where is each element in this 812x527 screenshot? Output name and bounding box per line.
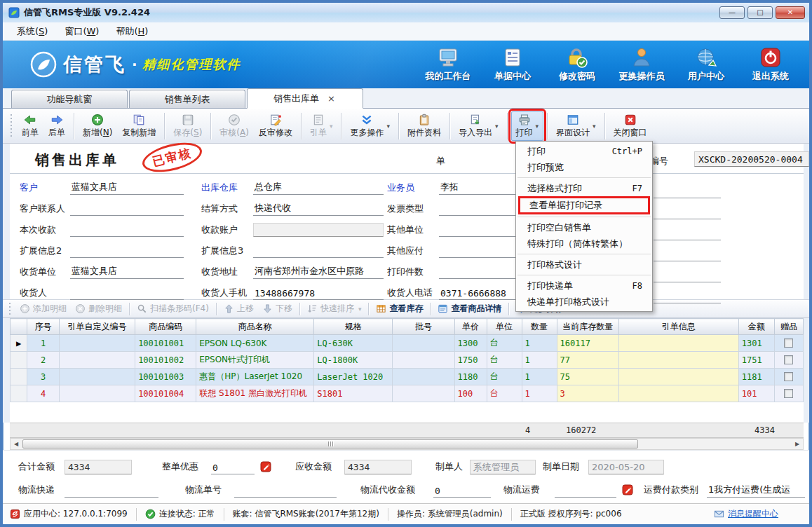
scroll-left-arrow[interactable]: ◀ — [11, 439, 22, 449]
cell-序号[interactable]: 4 — [27, 385, 60, 402]
print-menu-item-5[interactable]: 特殊打印（简体转繁体） — [516, 235, 652, 252]
cell-商品编码[interactable]: 100101003 — [135, 369, 196, 385]
cell-单位[interactable]: 台 — [487, 352, 522, 369]
print-menu-item-7[interactable]: 打印快递单F8 — [516, 278, 652, 294]
banner-action-person[interactable]: 更换操作员 — [613, 46, 670, 83]
cell-规格[interactable]: LaserJet 1020 — [314, 369, 393, 385]
toolbar-button-11[interactable]: 打印▾ — [511, 111, 544, 141]
footer-field-value[interactable] — [234, 483, 337, 498]
banner-action-globe-arrow[interactable]: 用户中心 — [677, 46, 735, 83]
cell-引单自定义编号[interactable] — [60, 335, 135, 352]
cell-商品名称[interactable]: 惠普（HP）LaserJet 1020 — [196, 369, 314, 385]
table-row[interactable]: 2100101002EPSON针式打印机LQ-1800K1750台1771751 — [11, 352, 804, 369]
cell-当前库存数量[interactable]: 3 — [557, 385, 618, 402]
column-header-10[interactable]: 引单信息 — [618, 319, 738, 335]
cell-数量[interactable]: 1 — [522, 369, 557, 385]
detail-toolbar-button-7[interactable]: 查看商品详情 — [433, 301, 506, 316]
table-row[interactable]: 4100101004联想 S1801 黑白激光打印机S1801100台13101 — [11, 385, 804, 402]
cell-商品名称[interactable]: EPSON针式打印机 — [196, 352, 314, 369]
cell-规格[interactable]: S1801 — [314, 385, 393, 402]
column-header-5[interactable]: 批号 — [393, 319, 454, 335]
cell-批号[interactable] — [393, 335, 454, 352]
gift-checkbox[interactable] — [784, 389, 793, 398]
menu-item-2[interactable]: 帮助(H) — [109, 23, 155, 40]
toolbar-button-0[interactable]: 前单 — [17, 111, 43, 141]
field-value[interactable]: 蓝猫文具店 — [70, 181, 184, 195]
field-value[interactable]: 河南省郑州市金水区中原路 — [253, 265, 384, 279]
print-menu-item-0[interactable]: 打印Ctrl+P — [516, 143, 652, 159]
banner-action-power[interactable]: 退出系统 — [742, 46, 799, 83]
cell-批号[interactable] — [393, 352, 454, 369]
field-value[interactable] — [70, 244, 184, 258]
cell-序号[interactable]: 2 — [27, 352, 60, 369]
toolbar-button-8[interactable]: 更多操作▾ — [345, 111, 395, 141]
chevron-down-icon[interactable]: ▾ — [593, 123, 596, 130]
column-header-8[interactable]: 数量 — [522, 319, 557, 335]
maximize-button[interactable]: □ — [747, 6, 773, 19]
table-row[interactable]: ▶1100101001EPSON LQ-630KLQ-630K1300台1160… — [11, 335, 804, 352]
column-header-2[interactable]: 商品编码 — [135, 319, 196, 335]
chevron-down-icon[interactable]: ▾ — [495, 123, 499, 130]
chevron-down-icon[interactable]: ▾ — [330, 123, 333, 130]
cell-当前库存数量[interactable]: 75 — [557, 369, 618, 385]
cell-单价[interactable]: 100 — [454, 385, 487, 402]
toolbar-button-10[interactable]: 导入导出▾ — [454, 111, 503, 141]
toolbar-button-3[interactable]: 复制新增 — [117, 111, 161, 141]
banner-action-lock-check[interactable]: 修改密码 — [548, 46, 606, 83]
cell-引单自定义编号[interactable] — [60, 369, 135, 385]
cell-商品编码[interactable]: 100101002 — [135, 352, 196, 369]
detail-toolbar-button-6[interactable]: 查看库存 — [372, 301, 427, 316]
column-header-0[interactable]: 序号 — [27, 319, 60, 335]
toolbar-button-9[interactable]: 附件资料 — [402, 111, 446, 141]
status-item-5[interactable]: 消息提醒中心 — [714, 508, 778, 520]
cell-序号[interactable]: 1 — [27, 335, 60, 352]
toolbar-button-2[interactable]: 新增(N) — [78, 111, 117, 141]
cell-引单信息[interactable] — [618, 335, 738, 352]
close-button[interactable]: ✕ — [776, 6, 805, 19]
table-row[interactable]: 3100101003惠普（HP）LaserJet 1020LaserJet 10… — [11, 369, 804, 385]
scroll-right-arrow[interactable]: ▶ — [792, 439, 803, 449]
chevron-down-icon[interactable]: ▾ — [386, 123, 390, 130]
field-value[interactable] — [70, 223, 184, 237]
gift-checkbox[interactable] — [784, 355, 793, 364]
tab-2[interactable]: 销售出库单× — [247, 88, 363, 109]
cell-引单自定义编号[interactable] — [60, 352, 135, 369]
menu-item-0[interactable]: 系统(S) — [10, 23, 55, 40]
banner-action-monitor[interactable]: 我的工作台 — [419, 46, 477, 83]
cell-序号[interactable]: 3 — [27, 369, 60, 385]
toolbar-button-6[interactable]: 反审修改 — [254, 111, 297, 141]
field-value[interactable] — [70, 202, 184, 216]
cell-赠品[interactable] — [774, 352, 803, 369]
field-value[interactable]: 13488667978 — [253, 286, 384, 300]
banner-action-doc-list[interactable]: 单据中心 — [484, 46, 541, 83]
cell-商品编码[interactable]: 100101001 — [135, 335, 196, 352]
field-value[interactable]: 蓝猫文具店 — [70, 265, 184, 279]
footer-field-value[interactable]: 1我方付运费(生成运 — [707, 483, 805, 498]
cell-单价[interactable]: 1300 — [454, 335, 487, 352]
menu-item-1[interactable]: 窗口(W) — [57, 23, 106, 40]
column-header-1[interactable]: 引单自定义编号 — [60, 319, 135, 335]
field-value[interactable]: 总仓库 — [253, 181, 384, 195]
footer-field-value[interactable] — [65, 483, 158, 498]
field-value[interactable] — [253, 244, 384, 258]
field-value[interactable] — [253, 223, 384, 237]
cell-引单信息[interactable] — [618, 352, 738, 369]
cell-批号[interactable] — [393, 369, 454, 385]
tab-1[interactable]: 销售单列表 — [129, 90, 245, 108]
field-value[interactable] — [70, 286, 184, 300]
chevron-down-icon[interactable]: ▾ — [536, 123, 539, 130]
tab-close-icon[interactable]: × — [326, 93, 337, 104]
cell-赠品[interactable] — [774, 335, 803, 352]
cell-当前库存数量[interactable]: 77 — [557, 352, 618, 369]
footer-field-value[interactable]: 0 — [433, 483, 491, 498]
horizontal-scrollbar[interactable]: ◀ ▶ — [10, 438, 804, 450]
cell-金额[interactable]: 1751 — [738, 352, 774, 369]
column-header-4[interactable]: 规格 — [314, 319, 393, 335]
cell-赠品[interactable] — [774, 385, 803, 402]
cell-数量[interactable]: 1 — [522, 335, 557, 352]
footer-field-value[interactable] — [555, 483, 616, 498]
cell-批号[interactable] — [393, 385, 454, 402]
cell-单价[interactable]: 1750 — [454, 352, 487, 369]
edit-value-icon[interactable] — [622, 484, 633, 495]
print-menu-item-4[interactable]: 打印空白销售单 — [516, 219, 652, 235]
